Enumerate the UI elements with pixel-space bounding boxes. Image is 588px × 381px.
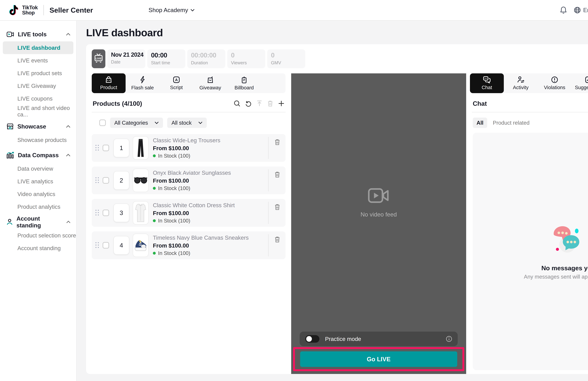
stock-filter-select[interactable]: All stock — [167, 118, 207, 128]
product-row[interactable]: 1 Classic Wide-Leg Trousers From $100.00… — [92, 134, 286, 162]
tab-chat[interactable]: Chat — [470, 73, 504, 93]
tab-script[interactable]: A Script — [159, 73, 193, 93]
sidebar-section-live-tools[interactable]: LIVE tools — [0, 27, 76, 42]
chevron-up-icon — [66, 125, 71, 128]
stock-dot-icon — [153, 187, 156, 190]
language-selector[interactable]: English — [574, 7, 588, 14]
delete-product-icon[interactable] — [274, 139, 280, 145]
tiktok-note-icon — [7, 4, 19, 16]
product-order-number[interactable]: 2 — [113, 171, 129, 190]
tiktok-shop-logo[interactable]: TikTokShop — [7, 4, 38, 16]
bell-icon[interactable] — [560, 6, 567, 14]
chat-empty-title: No messages yet — [541, 264, 588, 272]
pin-top-icon[interactable] — [256, 100, 262, 107]
product-stock: In Stock (100) — [153, 218, 235, 224]
drag-handle-icon[interactable] — [96, 177, 99, 183]
sidebar-item-live-dashboard[interactable]: LIVE dashboard — [3, 42, 73, 54]
row-checkbox[interactable] — [103, 242, 109, 249]
delete-product-icon[interactable] — [274, 236, 280, 243]
reset-icon[interactable] — [245, 100, 252, 107]
sidebar-item-video-analytics[interactable]: Video analytics — [0, 188, 76, 200]
delete-product-icon[interactable] — [274, 204, 280, 210]
page-title: LIVE dashboard — [86, 27, 163, 39]
stat-start-time: 00:00 Start time — [147, 49, 185, 68]
svg-text:A: A — [175, 78, 178, 82]
chat-panel: Chat Activity Violations — [470, 73, 588, 374]
tab-violations[interactable]: Violations — [538, 73, 571, 93]
product-name: Classic White Cotton Dress Shirt — [153, 202, 235, 209]
tab-giveaway[interactable]: Giveaway — [193, 73, 227, 93]
suggestions-icon — [585, 76, 588, 83]
product-order-number[interactable]: 4 — [113, 236, 129, 255]
delete-icon[interactable] — [267, 100, 273, 107]
sidebar-section-showcase[interactable]: Showcase — [0, 120, 76, 134]
sidebar-item-live-giveaway[interactable]: LIVE Giveaway — [0, 80, 76, 92]
practice-mode-toggle[interactable] — [305, 335, 319, 343]
sidebar-item-live-events[interactable]: LIVE events — [0, 54, 76, 67]
chevron-down-icon — [190, 9, 195, 12]
product-row[interactable]: 3 Classic White Cotton Dress Shirt From … — [92, 199, 286, 227]
violations-icon — [551, 76, 558, 83]
go-live-highlight-box: Go LIVE — [293, 347, 464, 371]
stat-viewers: 0 Viewers — [227, 49, 265, 68]
sidebar-item-live-short-video[interactable]: LIVE and short video ca... — [0, 105, 76, 118]
product-row[interactable]: 4 Timeless Navy Blue Canvas Sneakers Fro… — [92, 232, 286, 259]
info-icon[interactable] — [446, 336, 452, 342]
no-video-feed-label: No video feed — [360, 211, 397, 218]
product-price: From $100.00 — [153, 242, 249, 249]
sidebar-item-live-coupons[interactable]: LIVE coupons — [0, 92, 76, 105]
sidebar-item-live-analytics[interactable]: LIVE analytics — [0, 175, 76, 188]
product-row[interactable]: 2 Onyx Black Aviator Sunglasses From $10… — [92, 167, 286, 194]
row-checkbox[interactable] — [103, 210, 109, 216]
go-live-button[interactable]: Go LIVE — [300, 351, 457, 367]
live-badge: LIVE — [92, 49, 105, 68]
sidebar-item-product-analytics[interactable]: Product analytics — [0, 200, 76, 213]
search-icon[interactable] — [234, 100, 240, 107]
person-icon — [7, 218, 13, 226]
stock-dot-icon — [153, 154, 156, 157]
tab-activity[interactable]: Activity — [504, 73, 538, 93]
product-name: Timeless Navy Blue Canvas Sneakers — [153, 234, 249, 241]
dashboard-card: LIVE Nov 21 2024 Date 00:00 Start time 0… — [86, 44, 588, 374]
category-filter-select[interactable]: All Categories — [110, 118, 163, 128]
shop-academy-menu[interactable]: Shop Academy — [148, 7, 195, 14]
product-price: From $100.00 — [153, 145, 220, 151]
product-image-trousers — [133, 136, 149, 160]
row-checkbox[interactable] — [103, 177, 109, 184]
product-stock: In Stock (100) — [153, 250, 249, 256]
chevron-up-icon — [66, 221, 71, 223]
drag-handle-icon[interactable] — [96, 242, 99, 248]
chat-filter-all[interactable]: All — [473, 118, 487, 128]
chat-filter-product-related[interactable]: Product related — [493, 120, 529, 126]
sidebar-section-account-standing[interactable]: Account standing — [0, 215, 76, 229]
add-product-icon[interactable] — [278, 100, 285, 107]
product-image-shirt — [133, 201, 149, 225]
select-all-checkbox[interactable] — [99, 120, 106, 126]
tab-flash-sale[interactable]: Flash sale — [126, 73, 159, 93]
tab-suggestions[interactable]: Suggestions — [571, 73, 588, 93]
globe-icon — [574, 7, 581, 14]
delete-product-icon[interactable] — [274, 171, 280, 178]
activity-icon — [517, 76, 524, 83]
sidebar-item-account-standing[interactable]: Account standing — [0, 242, 76, 254]
header-divider — [43, 5, 44, 15]
stat-duration: 00:00:00 Duration — [187, 49, 225, 68]
sidebar-item-data-overview[interactable]: Data overview — [0, 162, 76, 175]
drag-handle-icon[interactable] — [96, 145, 99, 151]
giveaway-icon — [207, 76, 213, 84]
drag-handle-icon[interactable] — [96, 210, 99, 216]
seller-center-title: Seller Center — [49, 6, 93, 14]
script-icon: A — [173, 76, 180, 83]
row-checkbox[interactable] — [103, 145, 109, 151]
tab-product[interactable]: Product — [92, 73, 126, 93]
sidebar-item-product-selection-score[interactable]: Product selection score — [0, 229, 76, 242]
stock-dot-icon — [153, 219, 156, 222]
sidebar-item-live-product-sets[interactable]: LIVE product sets — [0, 67, 76, 80]
product-image-sunglasses — [133, 169, 149, 192]
sidebar-item-showcase-products[interactable]: Showcase products — [0, 134, 76, 146]
product-order-number[interactable]: 3 — [113, 203, 129, 222]
products-tabstrip: Product Flash sale A Script — [92, 73, 286, 93]
sidebar-section-data-compass[interactable]: Data Compass — [0, 148, 76, 162]
product-order-number[interactable]: 1 — [113, 139, 129, 157]
tab-billboard[interactable]: Billboard — [227, 73, 261, 93]
